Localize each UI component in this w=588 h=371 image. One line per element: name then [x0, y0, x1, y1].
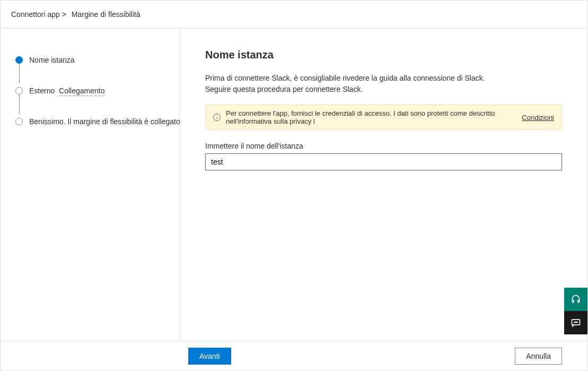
footer: Avanti Annulla [1, 341, 587, 370]
step-label: Benissimo. Il margine di flessibilità è … [29, 117, 180, 126]
step-circle [15, 118, 23, 125]
sidebar: Nome istanza Esterno Collegamento Beniss… [1, 30, 180, 341]
side-actions [564, 288, 587, 334]
step-circle [15, 87, 23, 94]
breadcrumb-root[interactable]: Connettori app > [11, 10, 66, 19]
step-label: Esterno Collegamento [29, 87, 104, 95]
svg-point-1 [574, 322, 575, 323]
cancel-button[interactable]: Annulla [515, 348, 562, 365]
step-item-done[interactable]: Benissimo. Il margine di flessibilità è … [15, 114, 169, 129]
next-button[interactable]: Avanti [188, 348, 231, 365]
step-connector [19, 94, 20, 114]
content: Nome istanza Prima di connettere Slack, … [180, 30, 587, 341]
instance-name-input[interactable] [205, 153, 562, 170]
svg-point-3 [577, 322, 577, 323]
help-button[interactable] [564, 288, 587, 311]
info-text: Per connettere l'app, fornisci le creden… [226, 109, 510, 125]
info-box: i Per connettere l'app, fornisci le cred… [205, 105, 562, 130]
terms-link[interactable]: Condizioni [522, 114, 554, 122]
instance-name-label: Immettere il nome dell'istanza [205, 142, 562, 150]
description-line: Prima di connettere Slack, è consigliabi… [205, 73, 562, 84]
info-icon: i [213, 114, 221, 121]
step-connector [19, 63, 20, 83]
feedback-button[interactable] [564, 311, 587, 334]
main-area: Nome istanza Esterno Collegamento Beniss… [1, 30, 587, 341]
step-label: Nome istanza [29, 56, 75, 64]
step-item-instance-name[interactable]: Nome istanza [15, 53, 169, 67]
breadcrumb-current: Margine di flessibilità [72, 10, 141, 19]
step-circle-active [15, 56, 23, 64]
chat-icon [571, 317, 581, 328]
svg-point-2 [575, 322, 576, 323]
steps-list: Nome istanza Esterno Collegamento Beniss… [11, 53, 169, 129]
step-item-external-link[interactable]: Esterno Collegamento [15, 83, 169, 98]
page-title: Nome istanza [205, 49, 562, 61]
breadcrumb: Connettori app > Margine di flessibilità [1, 1, 587, 29]
headset-icon [571, 294, 581, 305]
description-line: Seguire questa procedura per connettere … [205, 84, 562, 95]
description: Prima di connettere Slack, è consigliabi… [205, 73, 562, 95]
